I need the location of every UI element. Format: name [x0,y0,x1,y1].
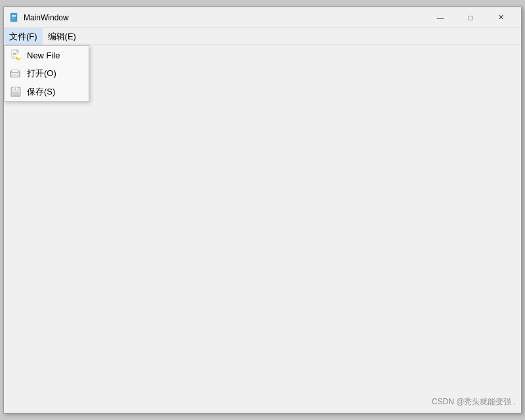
watermark-text: CSDN @秃头就能变强 . [432,396,516,408]
save-icon [10,86,22,98]
main-window: MainWindow — □ ✕ 文件(F) 编辑(E) [3,7,522,413]
menu-open[interactable]: 打开(O) [5,64,89,83]
svg-rect-2 [12,16,16,17]
svg-rect-3 [12,18,14,18]
open-label: 打开(O) [27,68,56,79]
open-icon [10,68,22,79]
window-title: MainWindow [24,13,69,22]
close-button[interactable]: ✕ [486,7,516,28]
menu-file[interactable]: 文件(F) [4,28,43,45]
menu-edit[interactable]: 编辑(E) [43,28,81,45]
title-bar: MainWindow — □ ✕ [4,7,521,28]
menu-file-label: 文件(F) [9,31,37,43]
new-file-icon: ✦ [10,49,22,61]
file-dropdown-menu: ✦ New File 打开(O) [4,45,89,102]
save-label: 保存(S) [27,86,55,98]
new-file-label: New File [27,51,60,60]
menu-bar: 文件(F) 编辑(E) [4,28,521,45]
svg-rect-1 [12,15,16,16]
svg-text:✦: ✦ [15,52,22,61]
minimize-button[interactable]: — [425,7,455,28]
menu-new-file[interactable]: ✦ New File [5,46,89,64]
svg-rect-14 [11,75,19,77]
maximize-button[interactable]: □ [455,7,486,28]
menu-edit-label: 编辑(E) [48,31,76,43]
svg-rect-0 [10,13,17,22]
title-controls: — □ ✕ [425,7,516,28]
title-bar-left: MainWindow [9,12,69,23]
svg-rect-18 [12,93,19,96]
svg-rect-13 [12,70,18,72]
app-icon [9,12,20,23]
menu-save[interactable]: 保存(S) [5,83,89,101]
svg-rect-17 [14,88,16,91]
